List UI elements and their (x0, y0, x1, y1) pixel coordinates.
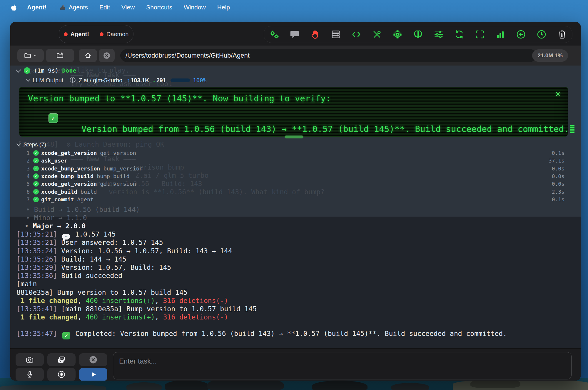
undo-icon[interactable] (516, 29, 526, 40)
step-row[interactable]: 6✓xcode_build build2.3s (16, 189, 581, 196)
menu-item-edit[interactable]: Edit (99, 4, 110, 11)
server-icon[interactable] (330, 29, 341, 40)
menu-item-help[interactable]: Help (217, 4, 230, 11)
tokens-up-arrow-icon: ↑ (127, 77, 130, 83)
terminal-line-2: ✓Version bumped from 1.0.56 (build 143) … (40, 114, 574, 144)
clear-icon (89, 355, 98, 364)
apple-icon[interactable] (11, 4, 18, 11)
titlebar: Agent! Daemon (10, 22, 581, 46)
chat-icon[interactable] (289, 29, 300, 40)
llm-progress-label: 100% (193, 77, 206, 83)
ghost-log-text: • Minor → 1.1.0 (26, 214, 87, 222)
path-input[interactable]: /Users/toddbruss/Documents/GitHub/Agent (120, 49, 537, 62)
tab-daemon[interactable]: Daemon (100, 31, 129, 38)
step-tool: xcode_bump_version bump_version (41, 165, 143, 172)
log-line (16, 322, 572, 330)
new-folder-button[interactable] (46, 49, 74, 62)
photos-button[interactable] (47, 353, 76, 366)
tokens-down-arrow-icon: ↓ (153, 77, 156, 83)
clear-icon (103, 52, 111, 59)
photos-icon (57, 355, 66, 364)
log-line: 8810e35a] Bump version to 1.0.57 build 1… (16, 289, 572, 297)
history-icon[interactable] (536, 29, 547, 40)
llm-progress-bar (171, 78, 190, 82)
folder-icon (24, 52, 31, 59)
log-output: • Major → 2.0.0[13:35:21] … 1.0.57 145[1… (16, 222, 572, 338)
log-line: [13:35:47] ✓ Completed: Version bumped f… (16, 330, 572, 338)
composer-bar (10, 348, 581, 381)
trash-icon[interactable] (557, 29, 567, 40)
session-content: game they'd like to play.——— New Task ——… (10, 66, 581, 348)
app-window: Agent! Daemon /Users/toddbruss/Documents… (10, 22, 581, 381)
voice-button[interactable] (47, 368, 76, 381)
step-check-icon: ✓ (33, 189, 39, 195)
chip-icon[interactable] (392, 29, 403, 40)
folder-menu-button[interactable] (17, 49, 44, 62)
camera-button[interactable] (16, 353, 44, 366)
home-button[interactable] (79, 49, 97, 62)
chevron-down-icon[interactable] (26, 77, 31, 82)
sliders-icon[interactable] (433, 29, 444, 40)
log-line: [13:35:21] … 1.0.57 145 (16, 230, 572, 239)
run-button[interactable] (79, 368, 107, 381)
step-row[interactable]: 1✓xcode_get_version get_version0.1s (16, 150, 581, 158)
tokens-in: 103.1K (131, 77, 149, 84)
scan-icon[interactable] (475, 29, 485, 40)
step-arg: get_version (100, 150, 136, 156)
menu-item-window[interactable]: Window (184, 4, 206, 11)
step-number: 3 (16, 165, 30, 172)
pathbar: /Users/toddbruss/Documents/GitHub/Agent … (10, 46, 581, 66)
step-row[interactable]: 3✓xcode_bump_version bump_version0.0s (16, 165, 581, 173)
log-line: 1 file changed, 460 insertions(+), 316 d… (16, 297, 572, 305)
clear-task-button[interactable] (79, 353, 107, 366)
step-row[interactable]: 5✓xcode_get_version get_version0.0s (16, 181, 581, 188)
tools-icon[interactable] (372, 29, 382, 40)
menu-item-label: View (121, 4, 135, 11)
step-row[interactable]: 2✓ask_user37.1s (16, 158, 581, 165)
mode-switcher: Agent! Daemon (59, 25, 133, 43)
menubar-app-name[interactable]: Agent! (27, 4, 47, 11)
step-tool: xcode_get_version get_version (41, 181, 136, 187)
log-line: • Major → 2.0.0 (16, 222, 572, 230)
close-icon[interactable]: × (555, 89, 560, 99)
banner-resize-handle[interactable] (285, 135, 303, 138)
code-icon[interactable] (351, 29, 362, 40)
step-number: 6 (16, 189, 30, 195)
menu-item-shortcuts[interactable]: Shortcuts (146, 4, 172, 11)
chevron-down-icon[interactable] (16, 67, 21, 72)
menu-item-agents[interactable]: Agents (59, 4, 88, 11)
clear-path-button[interactable] (99, 49, 115, 62)
steps-header-label: Steps (7) (24, 141, 46, 148)
step-check-icon: ✓ (33, 166, 39, 171)
chart-icon[interactable] (495, 29, 506, 40)
step-tool: xcode_bump_build bump_build (41, 173, 130, 179)
step-tool: git_commit Agent (41, 196, 93, 202)
sync-icon[interactable] (454, 29, 465, 40)
step-check-icon: ✓ (33, 197, 39, 202)
menu-item-view[interactable]: View (121, 4, 135, 11)
step-row[interactable]: 4✓xcode_bump_build bump_build0.0s (16, 173, 581, 181)
step-row[interactable]: 7✓git_commit Agent0.1s (16, 196, 581, 204)
log-line: [13:35:26] Build: 144 → 145 (16, 255, 572, 264)
check-emoji-icon: ✓ (62, 332, 70, 339)
mic-button[interactable] (16, 368, 44, 381)
speech-balloon-icon: … (62, 234, 70, 240)
brain-icon[interactable] (413, 29, 423, 40)
step-number: 2 (16, 158, 30, 164)
task-input[interactable] (113, 352, 572, 379)
log-line: 1 file changed, 460 insertions(+), 316 d… (16, 313, 572, 322)
tab-agent[interactable]: Agent! (64, 31, 89, 38)
step-number: 1 (16, 150, 30, 156)
mic-icon (25, 370, 34, 379)
steps-header[interactable]: Steps (7) (17, 141, 46, 148)
play-icon (89, 370, 98, 379)
log-line: [13:35:41] [main 8810e35a] Bump version … (16, 305, 572, 313)
chevron-down-icon (16, 141, 21, 146)
stop-hand-icon[interactable] (310, 29, 320, 40)
step-number: 4 (16, 173, 30, 179)
voice-icon (57, 370, 66, 379)
gears-icon[interactable] (269, 29, 279, 40)
menu-item-label: Shortcuts (146, 4, 172, 11)
step-arg: bump_version (103, 165, 143, 172)
ghost-log-text: • Build → 1.0.56 (build 144) (26, 206, 140, 213)
